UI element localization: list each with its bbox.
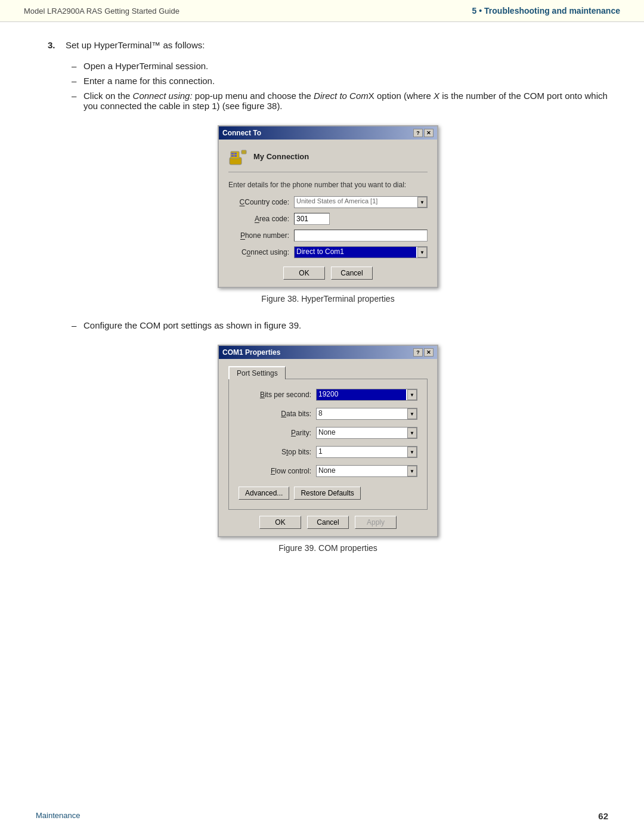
- bits-label: Bits per second:: [239, 391, 316, 399]
- com1-titlebar-controls: ? ✕: [413, 348, 434, 357]
- connect-to-titlebar: Connect To ? ✕: [219, 126, 437, 140]
- country-value: United States of America [1]: [295, 197, 416, 208]
- bullet-2: Enter a name for this connection.: [72, 76, 608, 86]
- com1-dialog: COM1 Properties ? ✕ Port Settings Bits p…: [218, 345, 438, 537]
- connect-using-select[interactable]: Direct to Com1 ▼: [294, 246, 428, 258]
- phone-row: Phone number:: [228, 230, 428, 241]
- connect-description: Enter details for the phone number that …: [228, 181, 428, 189]
- connect-using-row: Connect using: Direct to Com1 ▼: [228, 246, 428, 258]
- parity-arrow[interactable]: ▼: [407, 428, 417, 438]
- com1-help-button[interactable]: ?: [413, 348, 423, 357]
- bits-select[interactable]: 19200 ▼: [316, 389, 417, 401]
- advanced-button[interactable]: Advanced...: [239, 487, 289, 500]
- close-button[interactable]: ✕: [424, 129, 434, 137]
- help-button[interactable]: ?: [413, 129, 423, 137]
- parity-label: Parity:: [239, 429, 316, 437]
- country-dropdown-arrow[interactable]: ▼: [417, 197, 427, 208]
- restore-defaults-button[interactable]: Restore Defaults: [294, 487, 360, 500]
- bullet-3: Click on the Connect using: pop-up menu …: [72, 91, 608, 111]
- com1-title: COM1 Properties: [222, 348, 280, 357]
- step3-intro: 3. Set up HyperTerminal™ as follows:: [48, 40, 608, 50]
- connect-to-body: My Connection Enter details for the phon…: [219, 140, 437, 287]
- flow-arrow[interactable]: ▼: [407, 466, 417, 476]
- header-left: Model LRA2900A RAS Getting Started Guide: [24, 7, 179, 16]
- configure-bullet-list: Configure the COM port settings as shown…: [72, 320, 608, 330]
- connection-name-row: My Connection: [228, 147, 428, 172]
- connect-to-dialog: Connect To ? ✕: [218, 125, 438, 288]
- com1-close-button[interactable]: ✕: [424, 348, 434, 357]
- bits-value: 19200: [317, 389, 406, 400]
- connection-icon: [228, 147, 247, 166]
- connect-using-value: Direct to Com1: [295, 247, 416, 258]
- step3-bullets: Open a HyperTerminal session. Enter a na…: [72, 61, 608, 111]
- parity-select[interactable]: None ▼: [316, 427, 417, 439]
- port-settings-tab[interactable]: Port Settings: [228, 366, 286, 379]
- com1-cancel-button[interactable]: Cancel: [307, 516, 349, 529]
- connect-using-arrow[interactable]: ▼: [417, 247, 427, 258]
- bits-arrow[interactable]: ▼: [407, 389, 417, 400]
- step3-text: Set up HyperTerminal™ as follows:: [66, 40, 205, 50]
- com1-ok-cancel-buttons: OK Cancel Apply: [228, 516, 428, 529]
- connect-to-title: Connect To: [222, 129, 261, 137]
- figure39-caption: Figure 39. COM properties: [278, 543, 377, 553]
- footer-left: Maintenance: [36, 811, 80, 821]
- data-bits-label: Data bits:: [239, 410, 316, 418]
- svg-rect-5: [234, 155, 237, 157]
- footer-right: 62: [598, 811, 608, 821]
- connect-using-label: Connect using:: [228, 248, 294, 256]
- figure39-container: COM1 Properties ? ✕ Port Settings Bits p…: [48, 345, 608, 553]
- com1-titlebar: COM1 Properties ? ✕: [219, 346, 437, 359]
- flow-value: None: [317, 466, 406, 476]
- country-label: CCountry code:: [228, 198, 294, 206]
- data-bits-arrow[interactable]: ▼: [407, 408, 417, 419]
- stop-bits-label: Stop bits:: [239, 448, 316, 456]
- stop-bits-select[interactable]: 1 ▼: [316, 446, 417, 458]
- connect-to-buttons: OK Cancel: [228, 267, 428, 280]
- figure38-caption: Figure 38. HyperTerminal properties: [261, 294, 394, 304]
- connect-to-cancel-button[interactable]: Cancel: [331, 267, 373, 280]
- my-connection-label: My Connection: [253, 152, 309, 161]
- svg-rect-4: [231, 155, 234, 157]
- flow-label: Flow control:: [239, 467, 316, 475]
- flow-select[interactable]: None ▼: [316, 465, 417, 477]
- com1-apply-button[interactable]: Apply: [355, 516, 397, 529]
- titlebar-controls: ? ✕: [413, 129, 434, 137]
- com1-body: Port Settings Bits per second: 19200 ▼: [219, 359, 437, 536]
- main-content: 3. Set up HyperTerminal™ as follows: Ope…: [0, 22, 644, 605]
- com1-ok-button[interactable]: OK: [259, 516, 301, 529]
- footer: Maintenance 62: [0, 811, 644, 821]
- area-label: Area code:: [228, 215, 294, 223]
- stop-bits-arrow[interactable]: ▼: [407, 447, 417, 457]
- country-select-wrapper[interactable]: United States of America [1] ▼: [294, 196, 428, 208]
- phone-input[interactable]: [294, 230, 428, 241]
- com1-tab-bar: Port Settings: [228, 366, 428, 379]
- header-right: 5 • Troubleshooting and maintenance: [472, 6, 620, 16]
- area-row: Area code:: [228, 213, 428, 225]
- svg-rect-2: [231, 153, 234, 154]
- connect-to-ok-button[interactable]: OK: [283, 267, 325, 280]
- data-bits-row: Data bits: 8 ▼: [239, 408, 417, 420]
- svg-rect-3: [234, 153, 237, 154]
- flow-control-row: Flow control: None ▼: [239, 465, 417, 477]
- figure38-container: Connect To ? ✕: [48, 125, 608, 304]
- data-bits-value: 8: [317, 408, 406, 419]
- adv-restore-row: Advanced... Restore Defaults: [239, 487, 361, 500]
- stop-bits-value: 1: [317, 447, 406, 457]
- header-bar: Model LRA2900A RAS Getting Started Guide…: [0, 0, 644, 22]
- bits-row: Bits per second: 19200 ▼: [239, 389, 417, 401]
- com1-extra-buttons: Advanced... Restore Defaults: [239, 487, 417, 500]
- configure-bullet: Configure the COM port settings as shown…: [72, 320, 608, 330]
- port-settings-content: Bits per second: 19200 ▼ Data bits:: [228, 379, 428, 510]
- parity-row: Parity: None ▼: [239, 427, 417, 439]
- area-input[interactable]: [294, 213, 330, 225]
- data-bits-select[interactable]: 8 ▼: [316, 408, 417, 420]
- stop-bits-row: Stop bits: 1 ▼: [239, 446, 417, 458]
- country-row: CCountry code: United States of America …: [228, 196, 428, 208]
- parity-value: None: [317, 428, 406, 438]
- bullet-1: Open a HyperTerminal session.: [72, 61, 608, 71]
- phone-label: Phone number:: [228, 231, 294, 240]
- step-number: 3.: [48, 40, 60, 50]
